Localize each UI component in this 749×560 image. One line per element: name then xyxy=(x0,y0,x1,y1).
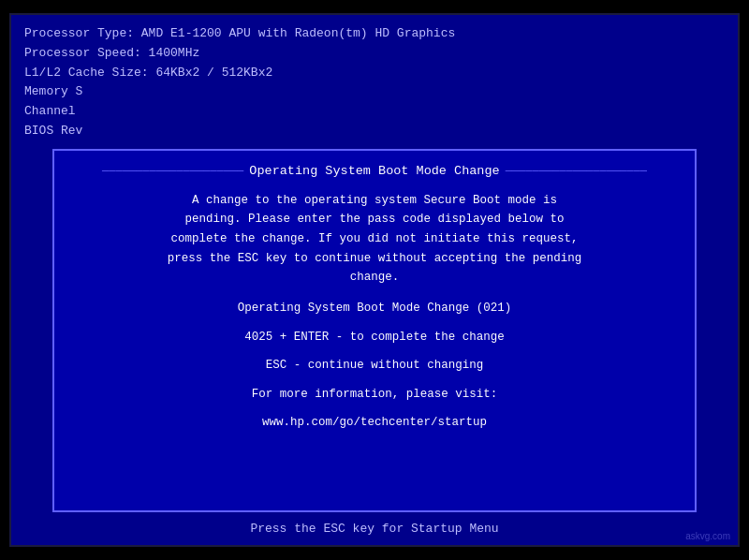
bios-rev-line: BIOS Rev xyxy=(24,122,725,141)
bios-info-block: Processor Type: AMD E1-1200 APU with Rad… xyxy=(24,24,725,141)
bios-screen: askvg Processor Type: AMD E1-1200 APU wi… xyxy=(9,13,740,547)
channel-line: Channel xyxy=(24,102,725,122)
dialog-body: A change to the operating system Secure … xyxy=(73,191,676,433)
boot-mode-dialog: Operating System Boot Mode Change A chan… xyxy=(52,149,697,512)
dialog-esc-instruction: ESC - continue without changing xyxy=(73,356,676,376)
dialog-info-line2: www.hp.com/go/techcenter/startup xyxy=(73,413,676,433)
dialog-enter-instruction: 4025 + ENTER - to complete the change xyxy=(73,328,676,347)
dialog-title: Operating System Boot Mode Change xyxy=(102,164,647,178)
dialog-code-label: Operating System Boot Mode Change (021) xyxy=(73,299,676,318)
corner-watermark: askvg.com xyxy=(685,531,730,541)
processor-type-line: Processor Type: AMD E1-1200 APU with Rad… xyxy=(24,24,725,44)
footer-bar: Press the ESC key for Startup Menu xyxy=(24,512,725,536)
dialog-paragraph: A change to the operating system Secure … xyxy=(73,191,676,287)
cache-size-line: L1/L2 Cache Size: 64KBx2 / 512KBx2 xyxy=(24,64,725,83)
memory-line: Memory S xyxy=(24,82,725,102)
dialog-info-line1: For more information, please visit: xyxy=(73,385,676,405)
processor-speed-line: Processor Speed: 1400MHz xyxy=(24,44,725,64)
footer-text: Press the ESC key for Startup Menu xyxy=(250,522,498,536)
